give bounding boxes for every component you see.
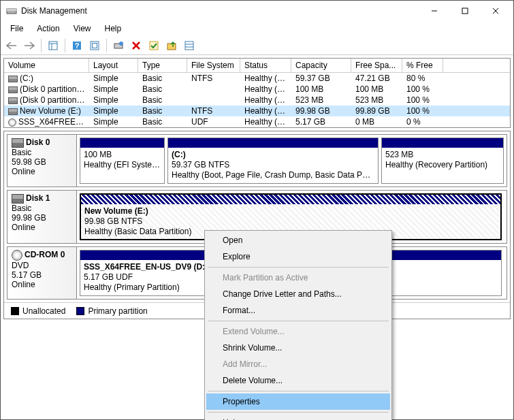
- disk-type: DVD: [12, 261, 72, 270]
- context-menu-item[interactable]: Open: [206, 232, 390, 248]
- refresh-button[interactable]: [86, 37, 103, 54]
- part-status: Healthy (Recovery Partition): [385, 160, 487, 169]
- svg-rect-19: [185, 42, 193, 50]
- show-hide-button[interactable]: [45, 37, 61, 54]
- disc-icon: [12, 250, 22, 261]
- folder-up-icon[interactable]: [163, 37, 180, 54]
- menu-help[interactable]: Help: [98, 22, 129, 35]
- menu-separator: [208, 321, 389, 321]
- vol-status: Healthy (R...: [240, 95, 291, 106]
- drive-icon: [8, 108, 18, 115]
- partition[interactable]: 100 MBHealthy (EFI System P: [80, 138, 165, 184]
- volume-row[interactable]: (Disk 0 partition 1)SimpleBasicHealthy (…: [4, 84, 510, 95]
- vol-free: 523 MB: [351, 95, 402, 106]
- disk-state: Online: [12, 223, 72, 232]
- disk-info[interactable]: Disk 1Basic99.98 GBOnline: [7, 191, 77, 243]
- context-menu: OpenExploreMark Partition as ActiveChang…: [204, 230, 392, 420]
- menu-separator: [208, 391, 389, 391]
- col-free[interactable]: Free Spa...: [351, 59, 402, 72]
- context-menu-item[interactable]: Explore: [206, 248, 390, 265]
- col-volume[interactable]: Volume: [4, 59, 89, 72]
- col-pctfree[interactable]: % Free: [402, 59, 443, 72]
- partitions: 100 MBHealthy (EFI System P(C:)59.37 GB …: [77, 135, 507, 187]
- vol-name: SSS_X64FREE_EN-...: [18, 117, 89, 127]
- svg-rect-17: [150, 42, 158, 50]
- context-menu-item: Extend Volume...: [206, 323, 390, 340]
- disk-info[interactable]: Disk 0Basic59.98 GBOnline: [7, 135, 77, 187]
- disk-size: 99.98 GB: [12, 213, 72, 223]
- col-type[interactable]: Type: [138, 59, 187, 72]
- forward-button[interactable]: [21, 37, 37, 54]
- volume-row[interactable]: New Volume (E:)SimpleBasicNTFSHealthy (B…: [4, 106, 510, 116]
- volume-list[interactable]: Volume Layout Type File System Status Ca…: [3, 58, 511, 128]
- part-status: Healthy (Basic Data Partition): [84, 227, 191, 236]
- context-menu-item[interactable]: Change Drive Letter and Paths...: [206, 286, 390, 302]
- context-menu-item[interactable]: Delete Volume...: [206, 372, 390, 389]
- settings-icon[interactable]: [110, 37, 127, 54]
- part-size: 59.37 GB NTFS: [172, 160, 229, 169]
- vol-cap: 99.98 GB: [291, 106, 351, 116]
- vol-pct: 100 %: [402, 84, 443, 95]
- vol-layout: Simple: [89, 95, 138, 106]
- partition[interactable]: 523 MBHealthy (Recovery Partition): [381, 138, 504, 184]
- disk-info[interactable]: CD-ROM 0DVD5.17 GBOnline: [7, 247, 77, 299]
- svg-text:?: ?: [75, 42, 80, 50]
- menu-action[interactable]: Action: [30, 22, 66, 35]
- maximize-button[interactable]: [449, 1, 480, 21]
- minimize-button[interactable]: [419, 1, 449, 21]
- menu-view[interactable]: View: [67, 22, 98, 35]
- vol-fs: UDF: [187, 116, 240, 127]
- vol-pct: 100 %: [402, 106, 443, 116]
- partition-stripe: [382, 138, 503, 148]
- col-layout[interactable]: Layout: [89, 59, 138, 72]
- vol-status: Healthy (P...: [240, 116, 291, 127]
- svg-rect-18: [167, 44, 176, 50]
- part-status: Healthy (EFI System P: [84, 160, 164, 169]
- vol-cap: 5.17 GB: [291, 116, 351, 127]
- vol-free: 99.89 GB: [351, 106, 402, 116]
- vol-free: 47.21 GB: [351, 73, 402, 84]
- vol-status: Healthy (E...: [240, 84, 291, 95]
- svg-rect-3: [462, 8, 468, 14]
- disk-type: Basic: [12, 148, 72, 157]
- vol-name: (Disk 0 partition 1): [20, 84, 86, 94]
- check-icon[interactable]: [146, 37, 162, 54]
- volume-row[interactable]: SSS_X64FREE_EN-...SimpleBasicUDFHealthy …: [4, 116, 510, 127]
- part-status: Healthy (Primary Partition): [84, 282, 180, 292]
- properties-icon[interactable]: [181, 37, 197, 54]
- disk-state: Online: [12, 280, 72, 289]
- vol-layout: Simple: [89, 106, 138, 116]
- vol-cap: 59.37 GB: [291, 73, 351, 84]
- context-menu-item[interactable]: Shrink Volume...: [206, 340, 390, 356]
- vol-fs: [187, 95, 240, 106]
- disk-row: Disk 0Basic59.98 GBOnline100 MBHealthy (…: [7, 134, 507, 187]
- vol-free: 0 MB: [351, 116, 402, 127]
- context-menu-item[interactable]: Properties: [206, 393, 390, 410]
- col-capacity[interactable]: Capacity: [291, 59, 351, 72]
- menu-file[interactable]: File: [3, 22, 30, 35]
- close-button[interactable]: [480, 1, 511, 21]
- legend-swatch-unallocated: [11, 307, 19, 315]
- toolbar: ?: [1, 36, 513, 55]
- window-title: Disk Management: [21, 6, 419, 16]
- volume-row[interactable]: (C:)SimpleBasicNTFSHealthy (B...59.37 GB…: [4, 73, 510, 84]
- vol-type: Basic: [138, 95, 187, 106]
- legend-unallocated: Unallocated: [22, 306, 65, 316]
- title-bar: Disk Management: [1, 1, 513, 21]
- svg-rect-11: [91, 42, 99, 50]
- partition[interactable]: (C:)59.37 GB NTFSHealthy (Boot, Page Fil…: [167, 138, 379, 184]
- col-fs[interactable]: File System: [187, 59, 240, 72]
- vol-pct: 0 %: [402, 116, 443, 127]
- back-button[interactable]: [3, 37, 20, 54]
- col-status[interactable]: Status: [240, 59, 291, 72]
- part-size: 523 MB: [385, 150, 413, 159]
- context-menu-item[interactable]: Help: [206, 415, 390, 420]
- vol-type: Basic: [138, 106, 187, 116]
- help-button[interactable]: ?: [69, 37, 85, 54]
- vol-layout: Simple: [89, 116, 138, 127]
- delete-icon[interactable]: [128, 37, 144, 54]
- svg-point-14: [119, 42, 123, 46]
- drive-icon: [8, 97, 18, 104]
- context-menu-item[interactable]: Format...: [206, 302, 390, 319]
- volume-row[interactable]: (Disk 0 partition 4)SimpleBasicHealthy (…: [4, 95, 510, 106]
